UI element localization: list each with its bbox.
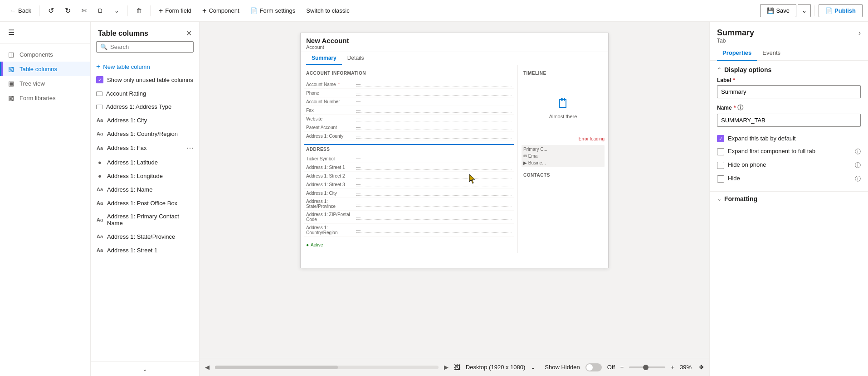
table-columns-panel: Table columns ✕ 🔍 + New table column ✓ S… (91, 22, 200, 376)
column-item-address1-address-type[interactable]: Address 1: Address Type (91, 100, 199, 113)
sidebar-item-table-columns[interactable]: ▧ Table columns (0, 62, 90, 76)
delete-button[interactable]: 🗑 (132, 5, 146, 17)
publish-icon: 📄 (825, 7, 833, 14)
form-settings-icon: 📄 (250, 7, 258, 14)
hide-phone-label: Hide on phone (728, 161, 851, 168)
timeline-icon: 🗒 (557, 96, 570, 111)
show-unused-checkbox[interactable]: ✓ (96, 76, 103, 83)
column-item-address1-city[interactable]: Aa Address 1: City (91, 113, 199, 127)
undo-button[interactable]: ↺ (44, 4, 59, 18)
show-hidden-toggle[interactable] (585, 363, 602, 371)
device-dropdown-icon[interactable]: ⌄ (531, 364, 536, 371)
column-item-address1-country[interactable]: Aa Address 1: Country/Region (91, 127, 199, 140)
col-more-button-fax[interactable]: ⋯ (186, 144, 194, 152)
col-icon-rectangle-0 (96, 92, 102, 96)
scroll-right-button[interactable]: ▶ (444, 364, 449, 371)
zoom-slider-thumb (643, 365, 649, 370)
form-field-parent-account: Parent Account — (304, 123, 514, 132)
panel-close-button[interactable]: ✕ (186, 29, 192, 38)
add-form-field-button[interactable]: + Form field (154, 4, 196, 18)
cut-button[interactable]: ✄ (77, 5, 91, 17)
form-tab-summary[interactable]: Summary (306, 52, 342, 65)
status-icon: ● (306, 242, 309, 247)
hide-phone-info-icon[interactable]: ⓘ (855, 161, 861, 169)
toolbar: ← Back ↺ ↻ ✄ 🗋 ⌄ 🗑 + Form field + Compon… (0, 0, 868, 22)
label-required-star: * (733, 77, 735, 83)
column-item-address1-longitude[interactable]: ● Address 1: Longitude (91, 169, 199, 183)
option-hide-phone: Hide on phone ⓘ (717, 159, 861, 172)
save-icon: 💾 (767, 7, 774, 14)
zoom-slider[interactable] (629, 366, 665, 368)
tab-events[interactable]: Events (757, 46, 786, 61)
form-tab-details[interactable]: Details (342, 52, 370, 65)
publish-button[interactable]: 📄 Publish (819, 4, 863, 17)
save-dropdown-button[interactable]: ⌄ (798, 4, 811, 17)
search-input[interactable] (110, 43, 190, 50)
tab-properties[interactable]: Properties (717, 46, 757, 61)
zoom-minus-button[interactable]: − (620, 364, 624, 371)
form-status-bar: ● Active (304, 241, 514, 249)
canvas-scrollbar[interactable] (215, 366, 439, 369)
sidebar-item-tree-view[interactable]: ▣ Tree view (0, 76, 90, 91)
panel-title: Table columns (98, 29, 148, 38)
new-table-column-button[interactable]: + New table column (91, 60, 199, 73)
add-component-button[interactable]: + Component (198, 4, 244, 18)
display-options-header[interactable]: ⌃ Display options (710, 61, 868, 77)
scrollbar-track (215, 366, 439, 369)
column-item-address1-street1[interactable]: Aa Address 1: Street 1 (91, 243, 199, 257)
right-panel-tabs: Properties Events (710, 46, 868, 61)
form-field-account-name: Account Name * — (304, 80, 514, 89)
canvas-area: New Account Account Summary Details (200, 22, 709, 376)
copy-icon: 🗋 (98, 7, 103, 14)
address-section-title: ADDRESS (304, 144, 514, 154)
hide-checkbox[interactable] (717, 175, 724, 183)
form-subtitle: Account (306, 44, 603, 50)
column-item-address1-primary-contact[interactable]: Aa Address 1: Primary Contact Name (91, 210, 199, 230)
hide-info-icon[interactable]: ⓘ (855, 175, 861, 183)
filter-row (91, 56, 199, 60)
toolbar-divider-3 (150, 5, 151, 16)
scrollbar-thumb (215, 366, 338, 369)
column-item-account-rating[interactable]: Account Rating (91, 87, 199, 100)
column-item-address1-state-province[interactable]: Aa Address 1: State/Province (91, 230, 199, 243)
column-item-address1-post-office-box[interactable]: Aa Address 1: Post Office Box (91, 196, 199, 210)
form-field-website: Website — (304, 115, 514, 123)
label-input[interactable] (717, 85, 861, 98)
switch-classic-button[interactable]: Switch to classic (302, 5, 354, 17)
hamburger-menu-button[interactable]: ☰ (5, 25, 17, 39)
form-settings-button[interactable]: 📄 Form settings (246, 5, 300, 17)
sidebar-item-form-libraries[interactable]: ▩ Form libraries (0, 91, 90, 105)
col-icon-circle-5: ● (96, 159, 103, 166)
sidebar-item-components[interactable]: ◫ Components (0, 47, 90, 62)
column-item-address1-fax[interactable]: Aa Address 1: Fax ⋯ (91, 140, 199, 155)
scroll-left-button[interactable]: ◀ (205, 364, 210, 371)
form-field-city: Address 1: City — (304, 189, 514, 198)
fit-screen-icon[interactable]: ✥ (699, 364, 704, 371)
zoom-plus-button[interactable]: + (671, 364, 674, 371)
column-item-address1-latitude[interactable]: ● Address 1: Latitude (91, 155, 199, 169)
right-panel-body: ⌃ Display options Label * (710, 61, 868, 376)
canvas-bottom-bar: ◀ ▶ 🖼 Desktop (1920 x 1080) ⌄ Show Hidde… (200, 358, 709, 376)
copy-button[interactable]: 🗋 (93, 5, 108, 17)
formatting-header[interactable]: ⌄ Formatting (717, 192, 861, 206)
show-unused-row[interactable]: ✓ Show only unused table columns (91, 73, 199, 87)
right-panel-close-button[interactable]: › (858, 29, 861, 37)
save-button[interactable]: 💾 Save (760, 4, 796, 17)
hide-label: Hide (728, 175, 851, 182)
formatting-section: ⌄ Formatting (710, 191, 868, 212)
form-main-col: ACCOUNT INFORMATION Account Name * — Pho… (301, 65, 517, 253)
name-input[interactable] (717, 114, 861, 127)
expand-default-checkbox[interactable]: ✓ (717, 135, 724, 142)
redo-button[interactable]: ↻ (60, 4, 75, 18)
back-button[interactable]: ← Back (5, 5, 36, 17)
hide-phone-checkbox[interactable] (717, 162, 724, 169)
column-item-address1-name[interactable]: Aa Address 1: Name (91, 183, 199, 196)
paste-dropdown-button[interactable]: ⌄ (110, 5, 124, 17)
timeline-almost: 🗒 Almost there (522, 80, 605, 135)
expand-full-checkbox[interactable] (717, 148, 724, 155)
add-icon-2: + (202, 7, 206, 15)
name-info-icon[interactable]: ⓘ (737, 104, 743, 112)
form-field-phone: Phone — (304, 89, 514, 97)
expand-full-info-icon[interactable]: ⓘ (855, 148, 861, 156)
panel-scroll-down[interactable]: ⌄ (91, 362, 199, 376)
